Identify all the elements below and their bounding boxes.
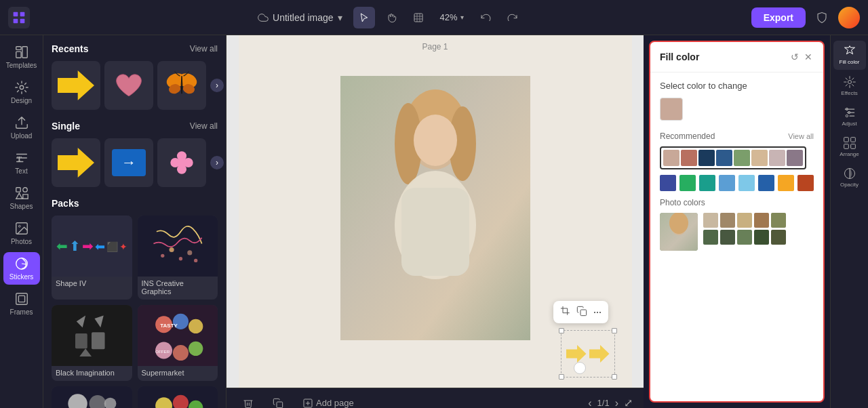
expand-button[interactable]: ⤢ [624, 396, 633, 408]
document-title-area[interactable]: Untitled image ▾ [258, 12, 342, 23]
canvas-content[interactable]: ··· ↺ [226, 35, 644, 388]
photo-swatch-1[interactable] [703, 213, 718, 228]
fill-refresh-button[interactable]: ↺ [789, 50, 800, 64]
more-options-button[interactable]: ··· [593, 305, 601, 319]
bottom-bar: Add page ‹ 1/1 › ⤢ [226, 388, 644, 408]
swatch-1a9e8c[interactable] [699, 175, 715, 191]
select-tool-button[interactable] [353, 7, 375, 28]
export-button[interactable]: Export [751, 7, 806, 28]
swatch-d4b896[interactable] [751, 150, 768, 166]
sidebar-item-frames[interactable]: Frames [3, 287, 40, 320]
selected-sticker[interactable] [557, 327, 618, 381]
single-viewall-button[interactable]: View all [190, 121, 218, 131]
recent-item-arrow[interactable] [52, 61, 100, 110]
duplicate-button[interactable] [267, 395, 289, 409]
swatch-2d5a8c[interactable] [716, 150, 732, 166]
undo-button[interactable] [475, 7, 496, 28]
shield-button[interactable] [811, 7, 833, 28]
photo-swatch-3[interactable] [737, 213, 752, 228]
swatch-2560a8[interactable] [758, 175, 774, 191]
swatch-1a3a5c[interactable] [698, 150, 715, 166]
photo-swatch-8[interactable] [737, 230, 752, 245]
pack-item-shape-iv[interactable]: ⬅ ⬆ ➡ ⬅ ⬛ ✦ Shape IV [52, 216, 132, 300]
pack-item-row2-2[interactable] [138, 386, 218, 408]
right-tool-adjust[interactable]: Adjust [833, 102, 866, 131]
svg-rect-76 [844, 137, 848, 142]
svg-rect-65 [580, 310, 587, 316]
pack-label-supermarket: Supermarket [138, 366, 218, 381]
pack-item-row2-1[interactable] [52, 386, 132, 408]
photo-swatch-6[interactable] [703, 230, 718, 245]
fill-close-button[interactable]: ✕ [803, 50, 814, 64]
photo-swatch-10[interactable] [771, 230, 786, 245]
frame-tool-button[interactable] [408, 7, 429, 28]
swatch-7b9e6b[interactable] [734, 150, 750, 166]
redo-button[interactable] [502, 7, 524, 28]
svg-point-46 [104, 398, 117, 408]
pack-item-supermarket[interactable]: TASTY OFFER Supermarket [138, 305, 218, 381]
prev-page-button[interactable]: ‹ [588, 397, 591, 409]
swatch-8a7888[interactable] [787, 150, 803, 166]
single-item-flower[interactable] [157, 138, 206, 187]
recommended-viewall-button[interactable]: View all [788, 132, 814, 140]
swatch-5b9ed4[interactable] [719, 175, 735, 191]
single-section-header: Single View all [52, 121, 218, 131]
hand-tool-button[interactable] [380, 7, 402, 28]
pack-item-black-imagination[interactable]: Black Imagination [52, 305, 132, 381]
sidebar-item-text[interactable]: T Text [3, 146, 40, 179]
swatch-27ae60[interactable] [679, 175, 696, 191]
sidebar-item-shapes[interactable]: Shapes [3, 182, 40, 214]
add-page-label: Add page [316, 398, 354, 408]
next-page-button[interactable]: › [615, 397, 618, 409]
sidebar-item-design[interactable]: Design [3, 76, 40, 108]
right-tool-arrange[interactable]: Arrange [833, 132, 866, 161]
app-logo[interactable] [8, 7, 30, 28]
single-next-button[interactable]: › [210, 156, 224, 169]
title-dropdown-icon[interactable]: ▾ [338, 12, 342, 23]
right-tool-fill-color[interactable]: Fill color [833, 41, 866, 70]
right-tool-effects[interactable]: Effects [833, 71, 866, 100]
svg-rect-77 [850, 137, 855, 142]
swatch-c8b4b4[interactable] [769, 150, 785, 166]
right-tool-opacity[interactable]: Opacity [833, 163, 866, 192]
duplicate-tool-button[interactable] [576, 306, 587, 319]
add-page-button[interactable]: Add page [297, 395, 359, 409]
swatch-f5a623[interactable] [778, 175, 794, 191]
zoom-value: 42% [440, 12, 458, 22]
sidebar-label-upload: Upload [11, 132, 33, 140]
canvas-area[interactable]: Page 1 [226, 35, 644, 408]
swatch-b84520[interactable] [797, 175, 814, 191]
swatch-b87060[interactable] [681, 150, 697, 166]
photo-swatch-2[interactable] [720, 213, 735, 228]
single-item-blue-arrow[interactable]: → [104, 138, 153, 187]
sidebar-item-photos[interactable]: Photos [3, 217, 40, 249]
page-label: Page 1 [422, 42, 448, 52]
sidebar-item-upload[interactable]: Upload [3, 111, 40, 144]
selected-color-swatch[interactable] [660, 98, 683, 121]
svg-point-13 [18, 225, 20, 227]
recents-viewall-button[interactable]: View all [190, 44, 218, 54]
photo-swatch-7[interactable] [720, 230, 735, 245]
recent-item-heart[interactable] [104, 61, 153, 110]
swatch-c8a898[interactable] [663, 150, 679, 166]
rotate-handle[interactable]: ↺ [574, 362, 586, 374]
canvas-page[interactable]: ··· ↺ [239, 35, 632, 388]
recent-item-butterfly[interactable] [157, 61, 206, 110]
swatch-7ec8e8[interactable] [738, 175, 755, 191]
zoom-dropdown-icon: ▾ [460, 14, 464, 21]
sidebar-item-templates[interactable]: Templates [3, 41, 40, 73]
recents-next-button[interactable]: › [210, 79, 224, 92]
color-palette-row-2 [660, 175, 814, 191]
user-avatar[interactable] [838, 7, 860, 28]
swatch-3a4a9c[interactable] [660, 175, 676, 191]
photo-swatch-5[interactable] [771, 213, 786, 228]
crop-tool-button[interactable] [560, 306, 571, 319]
trash-button[interactable] [237, 395, 259, 409]
photo-swatch-9[interactable] [754, 230, 769, 245]
photo-color-thumbnail[interactable] [660, 213, 698, 251]
pack-item-ins-creative[interactable]: INS Creative Graphics [138, 216, 218, 300]
single-item-arrow[interactable] [52, 138, 100, 187]
photo-swatch-4[interactable] [754, 213, 769, 228]
zoom-control[interactable]: 42% ▾ [435, 9, 469, 25]
sidebar-item-stickers[interactable]: Stickers [3, 252, 40, 285]
